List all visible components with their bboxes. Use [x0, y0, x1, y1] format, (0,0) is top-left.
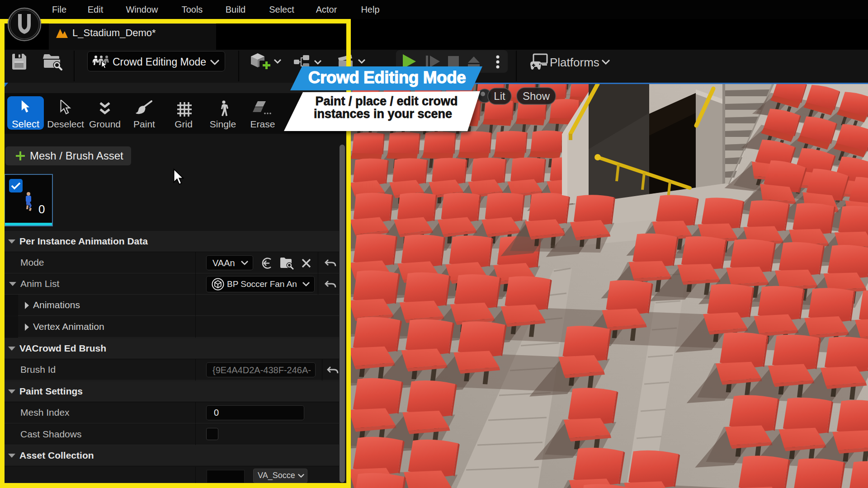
svg-text:instances in your scene: instances in your scene	[314, 107, 452, 121]
svg-text:Paint / place / edit crowd: Paint / place / edit crowd	[315, 94, 458, 108]
svg-text:Show: Show	[523, 90, 550, 102]
svg-text:Crowd Editing Mode: Crowd Editing Mode	[308, 68, 466, 87]
